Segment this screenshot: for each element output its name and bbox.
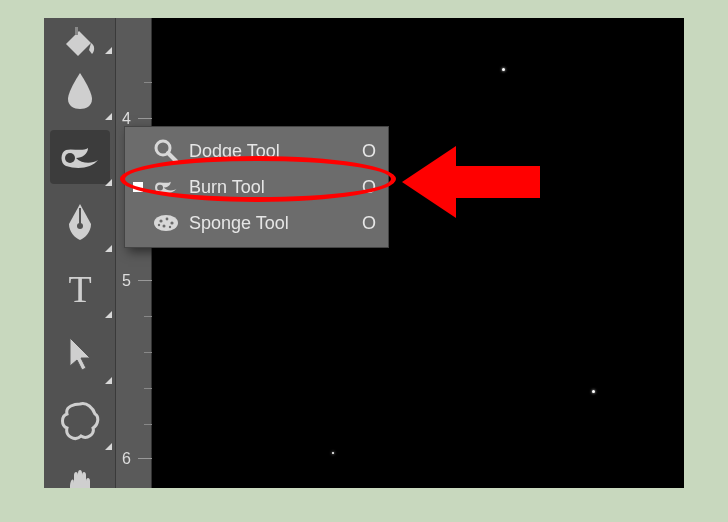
svg-point-11 xyxy=(163,225,166,228)
svg-point-9 xyxy=(166,218,169,221)
sponge-icon xyxy=(153,210,179,236)
svg-point-13 xyxy=(158,224,160,226)
current-marker-icon xyxy=(133,182,143,192)
paint-bucket-tool[interactable] xyxy=(44,18,116,58)
pen-tool[interactable] xyxy=(44,190,116,256)
flyout-indicator-icon xyxy=(105,113,112,120)
svg-line-5 xyxy=(168,153,176,161)
flyout-item-shortcut: O xyxy=(360,177,378,198)
star-pixel xyxy=(502,68,505,71)
svg-point-10 xyxy=(170,221,173,224)
burn-icon xyxy=(58,140,102,174)
ruler-label: 6 xyxy=(122,450,146,468)
hand-icon xyxy=(60,467,100,488)
pen-icon xyxy=(63,202,97,244)
shape-tool[interactable] xyxy=(44,388,116,454)
flyout-item-label: Burn Tool xyxy=(189,177,350,198)
vertical-ruler: 4 5 6 xyxy=(116,18,152,488)
flyout-item-label: Dodge Tool xyxy=(189,141,350,162)
flyout-indicator-icon xyxy=(105,245,112,252)
ruler-label: 5 xyxy=(122,272,146,290)
blur-tool[interactable] xyxy=(44,58,116,124)
flyout-item-dodge[interactable]: Dodge Tool O xyxy=(125,133,388,169)
burn-tool[interactable] xyxy=(44,124,116,190)
tools-panel: T xyxy=(44,18,116,488)
svg-point-7 xyxy=(154,215,178,231)
flyout-item-shortcut: O xyxy=(360,141,378,162)
type-tool[interactable]: T xyxy=(44,256,116,322)
path-select-tool[interactable] xyxy=(44,322,116,388)
canvas-area[interactable] xyxy=(152,18,684,488)
svg-point-12 xyxy=(169,226,171,228)
flyout-item-burn[interactable]: Burn Tool O xyxy=(125,169,388,205)
flyout-item-shortcut: O xyxy=(360,213,378,234)
hand-tool[interactable] xyxy=(44,454,116,488)
cursor-icon xyxy=(66,336,94,374)
star-pixel xyxy=(332,452,334,454)
flyout-item-label: Sponge Tool xyxy=(189,213,350,234)
dodge-icon xyxy=(153,138,179,164)
droplet-icon xyxy=(65,71,95,111)
flyout-indicator-icon xyxy=(105,377,112,384)
svg-point-6 xyxy=(157,185,163,191)
tool-flyout-menu: Dodge Tool O Burn Tool O xyxy=(124,126,389,248)
flyout-indicator-icon xyxy=(105,179,112,186)
flyout-indicator-icon xyxy=(105,311,112,318)
star-pixel xyxy=(592,390,595,393)
burn-icon xyxy=(153,174,179,200)
type-icon: T xyxy=(68,270,91,308)
paint-bucket-icon xyxy=(61,26,99,58)
app-frame: T xyxy=(44,18,684,488)
flyout-indicator-icon xyxy=(105,47,112,54)
flyout-indicator-icon xyxy=(105,443,112,450)
svg-point-8 xyxy=(159,219,162,222)
svg-rect-0 xyxy=(75,27,78,35)
flyout-item-sponge[interactable]: Sponge Tool O xyxy=(125,205,388,241)
svg-point-1 xyxy=(65,153,75,163)
blob-icon xyxy=(59,400,101,442)
